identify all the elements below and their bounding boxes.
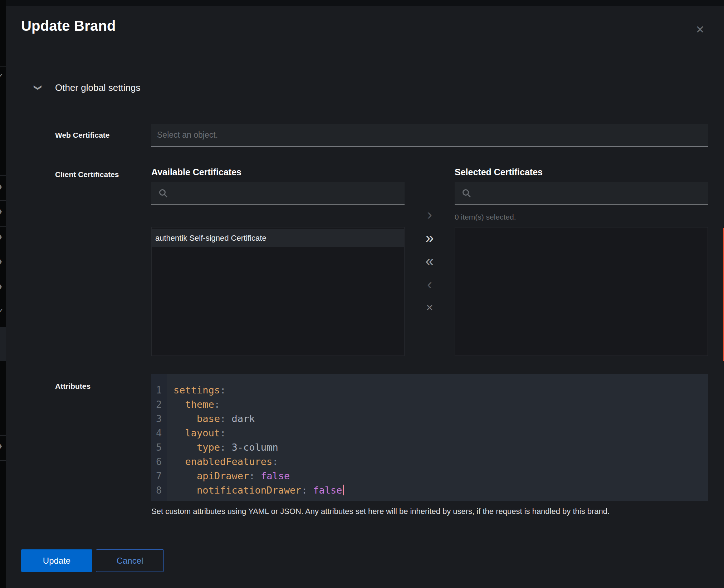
- code-line: 2 theme:: [151, 397, 708, 412]
- sidebar-divider: [0, 200, 6, 201]
- update-brand-modal: ✓❯❯❯❯❯✓❯ Update Brand ✕ ❯ Other global s…: [0, 0, 724, 588]
- line-number: 4: [151, 426, 169, 440]
- background-sidebar-sliver: ✓❯❯❯❯❯✓❯: [0, 0, 6, 588]
- chevron-down-icon: ❯: [33, 84, 43, 92]
- web-certificate-input[interactable]: [151, 124, 708, 147]
- page-title: Update Brand: [21, 18, 116, 34]
- chevron-right-icon: ❯: [0, 183, 3, 190]
- close-icon[interactable]: ✕: [692, 21, 708, 38]
- code-line: 5 type: 3-column: [151, 440, 708, 455]
- clear-selection-button[interactable]: ✕: [422, 300, 437, 315]
- cancel-button[interactable]: Cancel: [96, 549, 164, 572]
- client-certificates-label: Client Certificates: [55, 170, 119, 179]
- selected-list: [455, 227, 708, 356]
- code-line: 3 base: dark: [151, 412, 708, 426]
- line-number: 2: [151, 397, 169, 412]
- chevron-right-icon: ❯: [0, 233, 3, 240]
- add-selected-button[interactable]: ›: [422, 207, 437, 222]
- selected-search-input[interactable]: [471, 182, 708, 204]
- search-icon: [158, 188, 168, 198]
- sidebar-divider: [0, 253, 6, 253]
- section-label: Other global settings: [55, 82, 140, 93]
- code-line: 1settings:: [151, 383, 708, 397]
- sidebar-divider: [0, 278, 6, 278]
- attributes-help-text: Set custom attributes using YAML or JSON…: [151, 506, 708, 516]
- selected-certificates-header: Selected Certificates: [455, 167, 543, 177]
- chevron-right-icon: ❯: [0, 258, 3, 265]
- code-line: 7 apiDrawer: false: [151, 469, 708, 483]
- line-number: 5: [151, 440, 169, 455]
- line-number: 8: [151, 483, 169, 498]
- update-button[interactable]: Update: [21, 549, 92, 572]
- attributes-label: Attributes: [55, 382, 90, 391]
- list-item[interactable]: authentik Self-signed Certificate: [152, 229, 404, 247]
- code-line: 6 enabledFeatures:: [151, 455, 708, 469]
- code-line: 8 notificationDrawer: false: [151, 483, 708, 498]
- add-all-button[interactable]: »: [422, 230, 437, 246]
- available-search-input[interactable]: [168, 182, 405, 204]
- sidebar-active-item: [0, 327, 6, 361]
- sidebar-divider: [0, 175, 6, 176]
- sidebar-divider: [0, 460, 6, 461]
- available-certificates-column: Available Certificates authentik Self-si…: [151, 165, 405, 365]
- sidebar-divider: [0, 66, 6, 67]
- check-icon: ✓: [0, 72, 4, 79]
- selected-search: [455, 182, 708, 205]
- chevron-right-icon: ❯: [0, 207, 3, 215]
- selected-count-status: 0 item(s) selected.: [455, 213, 516, 221]
- available-certificates-header: Available Certificates: [151, 167, 241, 177]
- chevron-right-icon: ❯: [0, 283, 3, 290]
- chevron-right-icon: ❯: [0, 442, 3, 449]
- line-number: 1: [151, 383, 169, 397]
- line-number: 6: [151, 455, 169, 469]
- section-toggle-other-global-settings[interactable]: ❯ Other global settings: [34, 80, 140, 95]
- sidebar-divider: [0, 435, 6, 436]
- code-line: 4 layout:: [151, 426, 708, 440]
- transfer-controls: ›»«‹✕: [405, 165, 455, 315]
- remove-all-button[interactable]: «: [422, 253, 437, 269]
- web-certificate-label: Web Certificate: [55, 131, 110, 139]
- remove-selected-button[interactable]: ‹: [422, 276, 437, 292]
- available-search: [151, 182, 405, 205]
- check-icon: ✓: [0, 308, 4, 315]
- text-cursor: [343, 485, 344, 495]
- search-icon: [462, 188, 471, 198]
- sidebar-divider: [0, 303, 6, 303]
- sidebar-divider: [0, 226, 6, 227]
- line-number: 7: [151, 469, 169, 483]
- line-number: 3: [151, 412, 169, 426]
- selected-certificates-column: Selected Certificates 0 item(s) selected…: [455, 165, 708, 365]
- available-list: authentik Self-signed Certificate: [151, 227, 405, 356]
- attributes-code-editor[interactable]: 1settings:2 theme:3 base: dark4 layout:5…: [151, 374, 708, 501]
